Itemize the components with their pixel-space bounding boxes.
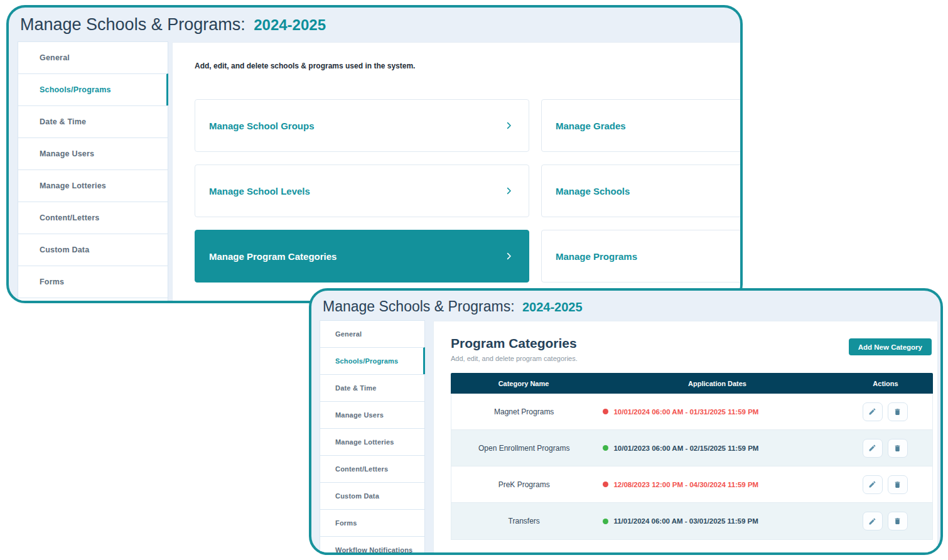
row-actions — [838, 512, 932, 530]
edit-button[interactable] — [863, 475, 883, 494]
settings-sidebar: General Schools/Programs Date & Time Man… — [18, 42, 168, 303]
sidebar-item-label: Manage Users — [335, 411, 384, 419]
sidebar-item[interactable] — [18, 298, 168, 303]
pencil-icon — [868, 444, 876, 452]
table-body: Magnet Programs 10/01/2024 06:00 AM - 01… — [451, 394, 933, 540]
trash-icon — [893, 480, 902, 489]
sidebar-item-label: Date & Time — [40, 117, 86, 126]
column-header-category-name: Category Name — [451, 380, 596, 387]
program-categories-table: Category Name Application Dates Actions … — [451, 373, 933, 540]
sidebar-item-label: Workflow Notifications — [335, 546, 412, 554]
sidebar-item[interactable]: Workflow Notifications — [320, 536, 425, 555]
category-row: Open Enrollment Programs 10/01/2023 06:0… — [451, 430, 932, 466]
sidebar-item-label: Content/Letters — [335, 465, 388, 473]
manage-card[interactable]: Manage Schools — [541, 164, 743, 217]
add-new-category-button[interactable]: Add New Category — [849, 338, 932, 355]
delete-button[interactable] — [888, 512, 908, 530]
manage-card-label: Manage Programs — [556, 251, 637, 262]
row-actions — [838, 402, 932, 421]
manage-card-label: Manage Program Categories — [209, 251, 337, 262]
application-dates-text: 11/01/2024 06:00 AM - 03/01/2025 11:59 P… — [613, 517, 758, 525]
sidebar-item-label: Forms — [40, 277, 64, 286]
sidebar-item[interactable]: Content/Letters — [320, 455, 425, 483]
sidebar-item[interactable]: Manage Lotteries — [320, 428, 425, 456]
sidebar-item[interactable]: Date & Time — [320, 374, 425, 402]
sidebar-item[interactable]: Forms — [18, 266, 168, 298]
delete-button[interactable] — [888, 402, 908, 421]
edit-button[interactable] — [863, 402, 883, 421]
section-subheading: Add, edit, and delete program categories… — [451, 355, 578, 362]
category-row: Transfers 11/01/2024 06:00 AM - 03/01/20… — [451, 503, 932, 539]
manage-card[interactable]: Manage Grades — [541, 99, 743, 152]
sidebar-item[interactable]: General — [320, 320, 425, 348]
sidebar-item[interactable]: Schools/Programs — [320, 347, 425, 375]
sidebar-item[interactable]: Forms — [320, 509, 425, 537]
column-header-actions: Actions — [838, 380, 933, 387]
sidebar-item-label: General — [40, 53, 70, 62]
trash-icon — [893, 407, 902, 416]
schools-programs-panel: Add, edit, and delete schools & programs… — [172, 42, 743, 303]
manage-card[interactable]: Manage Programs — [541, 230, 743, 283]
sidebar-item-label: Manage Lotteries — [335, 438, 394, 446]
application-dates-text: 10/01/2024 06:00 AM - 01/31/2025 11:59 P… — [613, 408, 758, 416]
chevron-right-icon — [504, 250, 514, 262]
manage-card-label: Manage School Groups — [209, 121, 315, 131]
manage-card-label: Manage School Levels — [209, 186, 310, 197]
school-year-badge: 2024-2025 — [254, 16, 326, 33]
manage-card-label: Manage Grades — [556, 121, 626, 131]
sidebar-item-label: Date & Time — [335, 384, 377, 392]
page-title: Manage Schools & Programs: 2024-2025 — [323, 298, 583, 315]
sidebar-item-label: Schools/Programs — [40, 85, 111, 94]
edit-button[interactable] — [863, 512, 883, 530]
category-name: Open Enrollment Programs — [451, 444, 596, 453]
sidebar-item-label: Content/Letters — [40, 213, 99, 222]
manage-card[interactable]: Manage School Levels — [195, 164, 529, 217]
sidebar-item[interactable]: Manage Lotteries — [18, 170, 168, 202]
manage-card-label: Manage Schools — [556, 186, 630, 197]
edit-button[interactable] — [863, 439, 883, 458]
chevron-right-icon — [504, 185, 514, 197]
sidebar-item-label: Forms — [335, 519, 357, 527]
sidebar-item[interactable]: Manage Users — [320, 401, 425, 429]
column-header-application-dates: Application Dates — [596, 380, 838, 387]
sidebar-item-label: Custom Data — [40, 245, 89, 254]
page-title-text: Manage Schools & Programs: — [323, 298, 515, 315]
pencil-icon — [868, 517, 876, 525]
delete-button[interactable] — [888, 475, 908, 494]
sidebar-item[interactable]: Custom Data — [18, 234, 168, 266]
sidebar-item-label: General — [335, 330, 362, 338]
manage-card[interactable]: Manage Program Categories — [195, 230, 529, 283]
application-dates-cell: 10/01/2023 06:00 AM - 02/15/2025 11:59 P… — [596, 444, 838, 452]
sidebar-item[interactable]: Date & Time — [18, 105, 168, 138]
page-title-text: Manage Schools & Programs: — [20, 15, 245, 34]
category-name: PreK Programs — [451, 480, 596, 489]
sidebar-item[interactable]: Manage Users — [18, 137, 168, 170]
status-dot-icon — [603, 445, 608, 451]
manage-card[interactable]: Manage School Groups — [195, 99, 529, 152]
settings-overview-window: Manage Schools & Programs: 2024-2025 Gen… — [6, 5, 743, 303]
trash-icon — [893, 444, 902, 453]
row-actions — [838, 475, 932, 494]
row-actions — [838, 439, 932, 458]
application-dates-cell: 10/01/2024 06:00 AM - 01/31/2025 11:59 P… — [596, 408, 838, 416]
sidebar-item[interactable]: Schools/Programs — [18, 73, 168, 106]
sidebar-item[interactable]: Custom Data — [320, 482, 425, 510]
category-name: Transfers — [451, 517, 596, 525]
status-dot-icon — [603, 482, 608, 487]
trash-icon — [893, 517, 902, 525]
application-dates-text: 10/01/2023 06:00 AM - 02/15/2025 11:59 P… — [613, 444, 758, 452]
sidebar-item-label: Schools/Programs — [335, 357, 398, 365]
school-year-badge: 2024-2025 — [522, 300, 583, 314]
pencil-icon — [868, 480, 876, 488]
pencil-icon — [868, 407, 876, 416]
sidebar-item[interactable]: Content/Letters — [18, 202, 168, 234]
manage-cards-grid: Manage School Groups Manage Grades Manag… — [195, 99, 743, 283]
table-header-row: Category Name Application Dates Actions — [451, 373, 933, 394]
sidebar-item-label: Manage Lotteries — [40, 181, 106, 190]
sidebar-item-label: Manage Users — [40, 149, 94, 158]
category-row: PreK Programs 12/08/2023 12:00 PM - 04/3… — [451, 466, 932, 503]
delete-button[interactable] — [888, 439, 908, 458]
application-dates-cell: 11/01/2024 06:00 AM - 03/01/2025 11:59 P… — [596, 517, 838, 525]
section-heading: Program Categories — [451, 336, 577, 351]
sidebar-item[interactable]: General — [18, 41, 168, 74]
